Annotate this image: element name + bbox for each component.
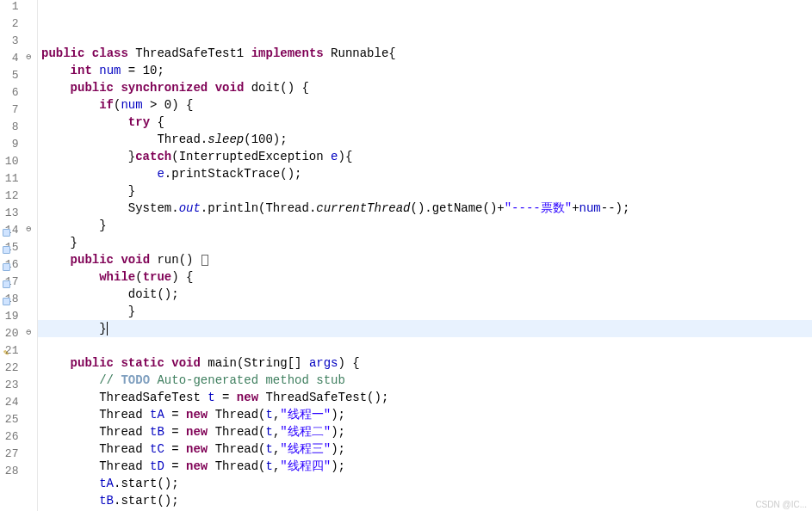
line-number[interactable]: 24	[0, 396, 20, 413]
code-token: ThreadSafeTest();	[258, 391, 388, 404]
code-line[interactable]: e.printStackTrace();	[38, 165, 812, 182]
line-number[interactable]: 2	[0, 17, 20, 34]
line-number[interactable]: 1	[0, 0, 20, 17]
code-token: Thread	[41, 425, 150, 439]
code-token: );	[331, 408, 345, 422]
fold-toggle	[20, 465, 37, 482]
line-number[interactable]: 8	[0, 120, 20, 138]
code-token: doit() {	[244, 81, 309, 95]
code-token	[41, 253, 71, 267]
code-line[interactable]: // TODO Auto-generated method stub	[38, 372, 812, 389]
code-token: Thread	[41, 408, 150, 422]
line-number[interactable]: 26	[0, 430, 20, 447]
code-token	[41, 167, 157, 181]
code-line[interactable]: public static void main(String[] args) {	[38, 354, 812, 372]
code-token: new	[186, 459, 208, 473]
code-token: System.	[41, 201, 179, 215]
code-line[interactable]: }	[38, 320, 812, 337]
code-line[interactable]: Thread tA = new Thread(t,"线程一");	[38, 406, 812, 423]
code-token: new	[186, 442, 208, 456]
code-line[interactable]: Thread tD = new Thread(t,"线程四");	[38, 458, 812, 475]
code-line[interactable]: }	[38, 234, 812, 251]
code-token: catch	[135, 150, 171, 163]
code-token: ().getName()+	[411, 201, 505, 215]
code-line[interactable]: public void run()	[38, 251, 812, 268]
line-number[interactable]: 3	[0, 34, 20, 52]
code-line[interactable]: tA.start();	[38, 475, 812, 492]
code-token: Thread	[41, 442, 150, 456]
fold-toggle	[20, 17, 37, 34]
code-token	[41, 494, 99, 508]
fold-toggle[interactable]: ⊖	[20, 52, 37, 69]
line-number[interactable]: 12	[0, 189, 20, 206]
code-line[interactable]: ThreadSafeTest t = new ThreadSafeTest();	[38, 389, 812, 406]
line-number[interactable]: 23	[0, 379, 20, 396]
code-token: void	[121, 253, 150, 267]
code-token: ) {	[171, 270, 193, 284]
line-number[interactable]: 11	[0, 172, 20, 189]
code-line[interactable]: }	[38, 303, 812, 320]
text-cursor	[107, 322, 108, 336]
code-line[interactable]: while(true) {	[38, 268, 812, 286]
code-token: num	[580, 201, 601, 215]
code-token: out	[179, 201, 201, 215]
code-token: .println(Thread.	[201, 201, 316, 215]
code-line[interactable]: try {	[38, 114, 812, 131]
fold-toggle	[20, 120, 37, 138]
line-number[interactable]: 25	[0, 413, 20, 430]
code-editor[interactable]: public class ThreadSafeTest1 implements …	[38, 0, 812, 511]
code-token: {	[150, 115, 164, 129]
code-line[interactable]: int num = 10;	[38, 62, 812, 79]
code-line[interactable]: }catch(InterruptedException e){	[38, 148, 812, 165]
code-token: = 10;	[121, 64, 164, 77]
code-token: int	[71, 64, 92, 77]
fold-toggle	[20, 310, 37, 327]
code-line[interactable]	[38, 337, 812, 354]
code-line[interactable]	[38, 28, 812, 45]
code-line[interactable]: if(num > 0) {	[38, 96, 812, 114]
fold-toggle	[20, 275, 37, 292]
code-line[interactable]: doit();	[38, 286, 812, 303]
code-line[interactable]: System.out.println(Thread.currentThread(…	[38, 200, 812, 217]
line-number[interactable]: 19	[0, 310, 20, 327]
gutter[interactable]: 1234⊖567891011121314⊖151617181920⊖✎21222…	[0, 0, 38, 511]
code-token: tA	[99, 477, 114, 490]
code-token: =	[164, 425, 186, 439]
line-number[interactable]: 7	[0, 103, 20, 120]
line-number[interactable]: 27	[0, 447, 20, 465]
code-line[interactable]: }	[38, 182, 812, 200]
code-token: t	[266, 442, 273, 456]
line-number[interactable]: 10	[0, 155, 20, 172]
fold-toggle	[20, 258, 37, 275]
line-number[interactable]: 22	[0, 361, 20, 379]
fold-toggle[interactable]: ⊖	[20, 224, 37, 241]
code-token	[41, 98, 99, 112]
line-number[interactable]: 4	[0, 52, 20, 69]
line-number[interactable]: 20	[0, 327, 20, 344]
fold-toggle	[20, 206, 37, 224]
code-token: tB	[150, 425, 164, 439]
line-number[interactable]: 5	[0, 69, 20, 86]
code-token: Thread.	[41, 132, 208, 146]
code-token: tD	[150, 459, 164, 473]
code-line[interactable]: tB.start();	[38, 492, 812, 509]
line-number[interactable]: 28	[0, 465, 20, 482]
code-token: );	[331, 442, 345, 456]
code-line[interactable]: Thread tB = new Thread(t,"线程二");	[38, 423, 812, 440]
code-line[interactable]: }	[38, 217, 812, 234]
code-token: ){	[338, 150, 352, 163]
line-number[interactable]: 13	[0, 206, 20, 224]
code-line[interactable]: public synchronized void doit() {	[38, 79, 812, 96]
code-token: .start();	[114, 494, 179, 508]
override-marker-icon	[0, 241, 12, 258]
code-line[interactable]: Thread tC = new Thread(t,"线程三");	[38, 440, 812, 458]
line-number[interactable]: 6	[0, 86, 20, 103]
line-number[interactable]: 9	[0, 138, 20, 155]
fold-toggle[interactable]: ⊖	[20, 327, 37, 344]
fold-toggle	[20, 34, 37, 52]
code-line[interactable]: Thread.sleep(100);	[38, 131, 812, 148]
code-token: > 0) {	[143, 98, 194, 112]
code-line[interactable]: public class ThreadSafeTest1 implements …	[38, 45, 812, 62]
code-token: }	[41, 184, 135, 198]
code-token	[41, 270, 99, 284]
